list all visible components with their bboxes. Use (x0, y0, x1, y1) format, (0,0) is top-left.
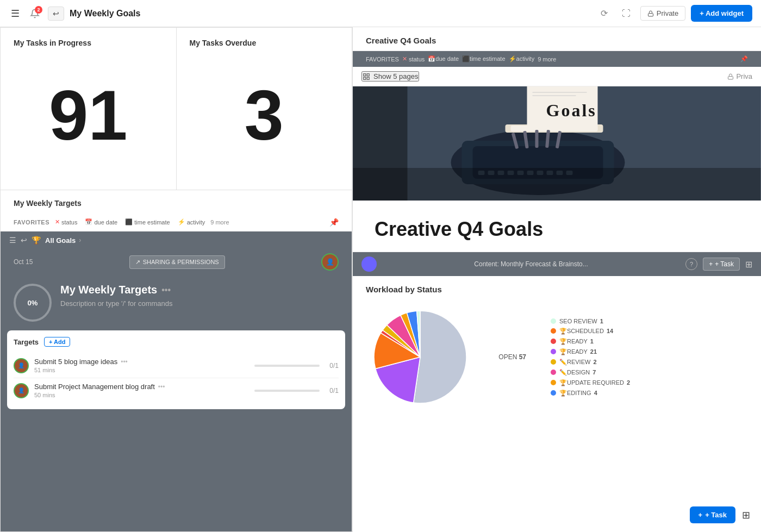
svg-rect-4 (367, 77, 369, 79)
legend-dot-review (551, 359, 556, 365)
legend-ready1: 🏆READY 1 (551, 338, 748, 345)
bottom-task-button[interactable]: + + Task (690, 506, 735, 523)
goal-body: 0% My Weekly Targets ••• Description or … (1, 275, 352, 326)
cq4-filter-time[interactable]: ⬛time estimate (462, 55, 505, 62)
cq4-filter-activity[interactable]: ⚡activity (509, 55, 535, 62)
workload-section: Workload by Status OPEN 57 SEO REVIEW 1 (353, 276, 761, 420)
left-panel: My Tasks in Progress 91 My Tasks Overdue… (0, 27, 352, 532)
expand-button[interactable]: ⛶ (617, 7, 635, 21)
filter-favorites[interactable]: FAVORITES (14, 219, 49, 226)
legend-ready21: 🏆READY 21 (551, 348, 748, 355)
cq4-task-button[interactable]: + + Task (703, 258, 740, 271)
show-pages-button[interactable]: Show 5 pages (361, 71, 419, 82)
legend-design: ✏️DESIGN 7 (551, 369, 748, 376)
workload-chart: OPEN 57 SEO REVIEW 1 🏆SCHEDULED 14 (366, 303, 748, 411)
tasks-in-progress-value: 91 (14, 52, 163, 179)
open-label: OPEN 57 (498, 353, 526, 361)
target-ratio-1: 0/1 (329, 362, 339, 370)
show-pages-label: Show 5 pages (373, 72, 418, 80)
tasks-overdue-widget: My Tasks Overdue 3 (177, 27, 353, 190)
cq4-header: Creative Q4 Goals (353, 27, 761, 51)
cq4-filter-fav[interactable]: FAVORITES (366, 56, 399, 62)
add-target-button[interactable]: + Add (44, 337, 70, 347)
legend-dot-ready21 (551, 349, 556, 354)
target-name-1: Submit 5 blog image ideas ••• (34, 358, 249, 366)
apps-icon-button[interactable]: ⊞ (740, 507, 752, 523)
filter-activity[interactable]: ⚡activity (176, 217, 208, 227)
svg-rect-5 (728, 76, 733, 79)
target-item-2: 👤 Submit Project Management blog draft •… (14, 378, 339, 403)
notification-badge[interactable]: 2 (27, 6, 42, 21)
cq4-pin-button[interactable]: 📌 (740, 55, 748, 62)
legend-dot-ready1 (551, 339, 556, 344)
goal-info: My Weekly Targets ••• Description or typ… (60, 284, 339, 308)
menu-button[interactable]: ☰ (9, 5, 22, 22)
user-avatar: 👤 (321, 253, 339, 271)
header-right: ⟳ ⛶ Private + Add widget (596, 5, 752, 22)
cq4-content-text: Content: Monthly Forecast & Brainsto... (382, 260, 680, 268)
svg-text:Goals: Goals (546, 101, 597, 120)
svg-rect-25 (533, 95, 576, 96)
target-dots-1[interactable]: ••• (121, 358, 128, 366)
filter-due-date[interactable]: 📅due date (83, 217, 120, 227)
refresh-button[interactable]: ⟳ (596, 6, 612, 21)
svg-rect-1 (364, 73, 366, 76)
legend-seo-review: SEO REVIEW 1 (551, 318, 748, 324)
add-widget-button[interactable]: + Add widget (691, 5, 752, 22)
cq4-grid-icon[interactable]: ⊞ (745, 259, 752, 270)
page-title: My Weekly Goals (70, 9, 140, 18)
right-panel: Creative Q4 Goals FAVORITES ✕status 📅due… (352, 27, 761, 532)
back-button[interactable]: ↩ (48, 7, 64, 21)
cq4-filter-due-date[interactable]: 📅due date (428, 55, 459, 62)
workload-title: Workload by Status (366, 285, 748, 294)
pie-chart (366, 303, 485, 411)
sharing-button[interactable]: ↗ SHARING & PERMISSIONS (129, 255, 225, 269)
cq4-more-filter[interactable]: 9 more (538, 56, 556, 62)
cq4-user-avatar (361, 256, 377, 272)
pin-button[interactable]: 📌 (329, 218, 339, 227)
svg-rect-0 (648, 13, 653, 16)
goal-options-dots[interactable]: ••• (161, 285, 171, 295)
goal-trophy-button[interactable]: 🏆 (32, 236, 41, 245)
workload-legend: SEO REVIEW 1 🏆SCHEDULED 14 🏆READY 1 🏆REA… (551, 318, 748, 397)
cq4-page-title: Creative Q4 Goals (353, 201, 761, 252)
goal-description: Description or type '/' for commands (60, 299, 339, 308)
goal-back-button[interactable]: ↩ (21, 236, 27, 245)
svg-rect-2 (367, 73, 369, 76)
target-ratio-2: 0/1 (329, 387, 339, 395)
target-progress-bar-1 (254, 365, 320, 367)
targets-section: Targets + Add 👤 Submit 5 blog image idea… (7, 330, 345, 409)
filters-bar: FAVORITES ✕status 📅due date ⬛time estima… (1, 213, 352, 231)
progress-value: 0% (28, 299, 38, 307)
legend-dot-editing (551, 390, 556, 396)
goal-menu-button[interactable]: ☰ (9, 236, 16, 245)
cq4-filters-bar: FAVORITES ✕status 📅due date ⬛time estima… (353, 51, 761, 67)
filter-time-estimate[interactable]: ⬛time estimate (123, 217, 172, 227)
private-button[interactable]: Private (640, 6, 685, 21)
goal-name: My Weekly Targets ••• (60, 284, 339, 296)
target-dots-2[interactable]: ••• (158, 383, 165, 391)
goal-inner: ☰ ↩ 🏆 All Goals › Oct 15 ↗ SHARING & PER… (1, 231, 352, 531)
legend-update-required: 🏆UPDATE REQUIRED 2 (551, 379, 748, 386)
target-avatar-1: 👤 (14, 358, 29, 373)
cq4-bottom-bar: Content: Monthly Forecast & Brainsto... … (353, 252, 761, 276)
goal-bc-all-goals[interactable]: All Goals (45, 236, 76, 245)
notif-count: 2 (35, 6, 42, 14)
priv-label: Priva (727, 72, 752, 80)
tasks-in-progress-widget: My Tasks in Progress 91 (0, 27, 177, 190)
cq4-title: Creative Q4 Goals (366, 36, 748, 45)
cq4-filter-status[interactable]: ✕status (402, 55, 425, 62)
filter-more[interactable]: 9 more (210, 219, 229, 226)
targets-title: My Weekly Targets (14, 199, 339, 208)
target-time-2: 50 mins (34, 392, 249, 398)
goal-topbar: ☰ ↩ 🏆 All Goals › (1, 231, 352, 249)
filter-status[interactable]: ✕status (53, 217, 79, 227)
main-content: My Tasks in Progress 91 My Tasks Overdue… (0, 27, 761, 532)
legend-scheduled: 🏆SCHEDULED 14 (551, 328, 748, 335)
goal-meta: Oct 15 ↗ SHARING & PERMISSIONS 👤 (1, 249, 352, 275)
svg-rect-3 (364, 77, 366, 79)
header-left: ☰ 2 ↩ My Weekly Goals (9, 5, 140, 22)
legend-editing: 🏆EDITING 4 (551, 390, 748, 397)
svg-rect-24 (533, 92, 587, 93)
cq4-help-button[interactable]: ? (685, 258, 697, 270)
